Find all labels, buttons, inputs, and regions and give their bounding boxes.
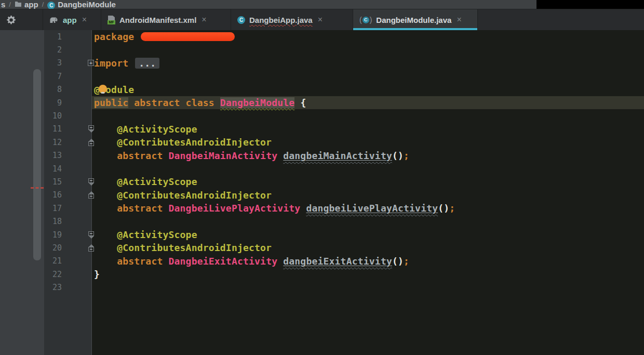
fold-gutter: [62, 83, 92, 96]
code-line-text: [92, 70, 644, 83]
code-line-text: abstract DangbeiLivePlayActivity dangbei…: [92, 202, 644, 215]
breadcrumb-item-s[interactable]: s: [1, 0, 5, 9]
tab-close-icon[interactable]: ×: [82, 15, 87, 24]
method-name: dangbeiLivePlayActivity: [306, 203, 438, 214]
code-token: ...: [135, 58, 159, 69]
code-line-text: public abstract class DangbeiModule {: [92, 96, 644, 109]
code-token: [128, 97, 134, 108]
code-line-text: [92, 215, 644, 228]
tab-AndroidManifest.xml[interactable]: MFAndroidManifest.xml×: [101, 9, 231, 30]
code-token: (): [438, 203, 449, 214]
ide-window: s/app/CDangbeiModule app×MFAndroidManife…: [0, 0, 644, 355]
class-icon: C: [237, 16, 245, 24]
project-panel: [0, 30, 44, 355]
class-name: DangbeiMainActivity: [169, 150, 278, 161]
code-token: ;: [449, 203, 455, 214]
scrollbar-thumb[interactable]: [33, 69, 41, 260]
gradle-elephant-icon: [49, 16, 59, 23]
tab-app[interactable]: app×: [43, 9, 101, 30]
code-line: 3+import ...: [44, 57, 644, 70]
code-editor[interactable]: 1package 23+import ...78@Module9public a…: [44, 30, 644, 355]
tab-close-icon[interactable]: ×: [318, 15, 323, 24]
tabs-container: app×MFAndroidManifest.xml×CDangbeiApp.ja…: [43, 9, 478, 30]
line-number[interactable]: 19: [44, 230, 62, 240]
line-number[interactable]: 13: [44, 151, 62, 160]
line-number[interactable]: 21: [44, 256, 62, 266]
code-line-text: @ContributesAndroidInjector: [92, 136, 644, 149]
intention-bulb-icon[interactable]: [99, 85, 107, 93]
line-number[interactable]: 17: [44, 204, 62, 213]
code-line: 18: [44, 215, 644, 228]
fold-gutter: [62, 136, 92, 149]
fold-collapse-end-icon[interactable]: [88, 191, 94, 199]
code-line-text: @ActivityScope: [92, 175, 644, 188]
line-number[interactable]: 20: [44, 243, 62, 253]
abstract-class-icon: (C): [359, 16, 372, 24]
code-line: 2: [44, 43, 644, 56]
code-token: [294, 97, 300, 108]
settings-gear-icon[interactable]: [6, 15, 16, 25]
code-token: [277, 256, 283, 267]
line-number[interactable]: 22: [44, 270, 62, 279]
line-number[interactable]: 9: [44, 98, 62, 108]
fold-gutter: [62, 189, 92, 202]
line-number[interactable]: 2: [44, 45, 62, 55]
manifest-file-icon: MF: [108, 16, 115, 24]
tab-DangbeiModule.java[interactable]: (C)DangbeiModule.java×: [353, 9, 478, 30]
code-line: 9public abstract class DangbeiModule {: [44, 96, 644, 109]
fold-collapse-start-icon[interactable]: [88, 125, 94, 133]
breadcrumb-separator: /: [9, 1, 11, 8]
code-line-text: @ContributesAndroidInjector: [92, 189, 644, 202]
fold-collapse-end-icon[interactable]: [88, 139, 94, 146]
code-token: [94, 150, 117, 161]
line-number[interactable]: 8: [44, 85, 62, 94]
code-line: 7: [44, 70, 644, 83]
fold-collapse-start-icon[interactable]: [88, 178, 94, 186]
fold-gutter: [62, 162, 92, 175]
line-number[interactable]: 23: [44, 283, 62, 292]
line-number[interactable]: 16: [44, 190, 62, 200]
code-line: 13 abstract DangbeiMainActivity dangbeiM…: [44, 149, 644, 162]
annotation: @ContributesAndroidInjector: [94, 242, 272, 253]
tab-DangbeiApp.java[interactable]: CDangbeiApp.java×: [231, 9, 353, 30]
code-line-text: package: [92, 30, 644, 43]
breadcrumb-item-DangbeiModule[interactable]: CDangbeiModule: [47, 0, 116, 9]
line-number[interactable]: 18: [44, 217, 62, 226]
code-line-text: @ActivityScope: [92, 228, 644, 241]
line-number[interactable]: 12: [44, 138, 62, 147]
fold-collapse-end-icon[interactable]: [88, 244, 94, 252]
code-line: 17 abstract DangbeiLivePlayActivity dang…: [44, 202, 644, 215]
line-number[interactable]: 7: [44, 72, 62, 81]
workspace: 1package 23+import ...78@Module9public a…: [0, 30, 644, 355]
code-line: 10: [44, 109, 644, 122]
annotation: @ActivityScope: [94, 229, 197, 240]
line-number[interactable]: 3: [44, 58, 62, 68]
breadcrumb-item-app[interactable]: app: [15, 0, 38, 9]
class-icon: C: [47, 0, 55, 9]
code-token: [94, 256, 117, 267]
code-token: abstract: [117, 256, 168, 267]
code-token: ;: [404, 150, 409, 161]
code-line-text: @Module: [92, 83, 644, 96]
fold-expand-icon[interactable]: +: [88, 60, 94, 66]
code-line-text: import ...: [92, 57, 644, 70]
line-number[interactable]: 14: [44, 164, 62, 174]
code-line: 19 @ActivityScope: [44, 228, 644, 241]
code-token: [277, 150, 283, 161]
code-line-text: [92, 109, 644, 122]
breadcrumb-label: s: [1, 0, 5, 9]
line-number[interactable]: 1: [44, 32, 62, 42]
line-number[interactable]: 11: [44, 124, 62, 134]
code-line: 15 @ActivityScope: [44, 175, 644, 188]
line-number[interactable]: 15: [44, 177, 62, 187]
line-number[interactable]: 10: [44, 111, 62, 121]
tab-label: DangbeiApp.java: [249, 16, 313, 24]
fold-gutter: [62, 268, 92, 281]
code-line: 14: [44, 162, 644, 175]
code-line: 16 @ContributesAndroidInjector: [44, 189, 644, 202]
fold-collapse-start-icon[interactable]: [88, 231, 94, 239]
code-token: [300, 203, 306, 214]
tab-close-icon[interactable]: ×: [202, 15, 206, 24]
code-line-text: abstract DangbeiExitActivity dangbeiExit…: [92, 255, 644, 268]
tab-close-icon[interactable]: ×: [457, 15, 461, 24]
